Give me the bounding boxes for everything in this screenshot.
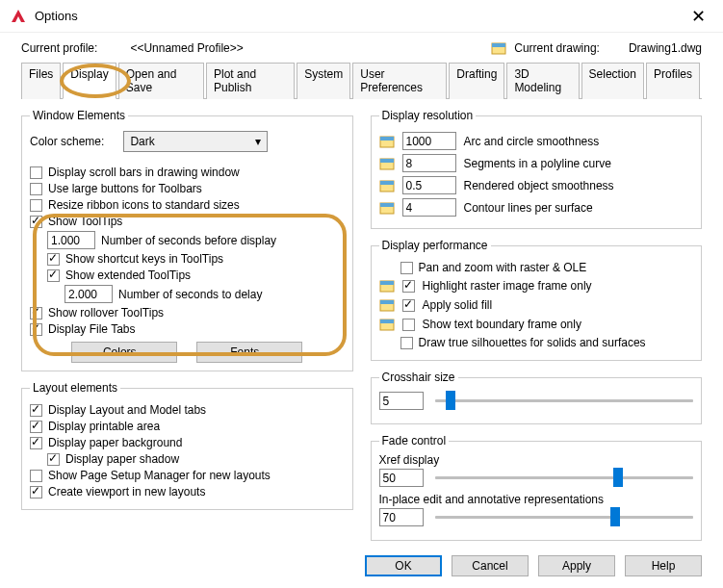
tab-user-preferences[interactable]: User Preferences [352,63,447,99]
chk-printable-area[interactable] [30,421,42,433]
cancel-button[interactable]: Cancel [452,555,529,576]
input-arc-smoothness[interactable] [402,132,456,150]
lbl-page-setup-mgr: Show Page Setup Manager for new layouts [48,469,271,482]
window-elements-group: Window Elements Color scheme: Dark ▾ Dis… [21,109,353,371]
chk-create-viewport[interactable] [30,486,42,499]
tab-files[interactable]: Files [21,63,61,99]
chk-scroll-bars[interactable] [30,166,42,179]
tab-drafting[interactable]: Drafting [449,63,504,99]
input-inplace-edit[interactable] [379,508,424,526]
slider-xref[interactable] [435,476,694,479]
crosshair-size-legend: Crosshair size [379,371,458,384]
layout-elements-legend: Layout elements [30,381,120,395]
current-drawing-value: Drawing1.dwg [629,41,702,55]
fade-control-group: Fade control Xref display In-place edit … [371,434,703,541]
lbl-contour-lines: Contour lines per surface [464,201,593,215]
chk-text-boundary[interactable] [402,319,415,331]
lbl-highlight-raster: Highlight raster image frame only [423,279,592,293]
chk-show-tooltips[interactable] [30,216,42,228]
current-drawing-label: Current drawing: [514,41,600,55]
chk-paper-shadow[interactable] [47,453,60,466]
chk-page-setup-mgr[interactable] [30,470,42,482]
chk-apply-solid-fill[interactable] [402,299,415,312]
input-tooltip-seconds[interactable] [47,231,95,249]
input-crosshair-size[interactable] [379,392,424,410]
chk-shortcut-keys[interactable] [47,253,60,266]
lbl-true-silhouettes: Draw true silhouettes for solids and sur… [419,336,646,349]
fonts-button[interactable]: Fonts... [196,342,302,363]
input-extended-delay[interactable] [65,285,113,303]
lbl-extended-delay: Number of seconds to delay [118,288,262,301]
drawing-icon [379,317,395,332]
lbl-scroll-bars: Display scroll bars in drawing window [48,166,240,179]
tab-open-and-save[interactable]: Open and Save [118,63,204,99]
tab-3d-modeling[interactable]: 3D Modeling [506,63,579,99]
lbl-large-buttons: Use large buttons for Toolbars [48,182,202,195]
input-polyline-segments[interactable] [402,154,456,172]
lbl-layout-model-tabs: Display Layout and Model tabs [48,403,206,417]
tab-display[interactable]: Display [63,63,116,99]
chk-highlight-raster[interactable] [402,280,415,293]
lbl-arc-smoothness: Arc and circle smoothness [464,135,600,148]
chk-extended-tooltips[interactable] [47,269,60,282]
chk-display-file-tabs[interactable] [30,323,42,336]
chk-rollover-tooltips[interactable] [30,307,42,320]
input-rendered-smoothness[interactable] [402,176,456,194]
lbl-display-file-tabs: Display File Tabs [48,322,135,336]
current-profile-label: Current profile: [21,41,97,55]
lbl-polyline-segments: Segments in a polyline curve [464,157,611,170]
ok-button[interactable]: OK [365,555,442,576]
display-resolution-legend: Display resolution [379,109,477,122]
input-contour-lines[interactable] [402,198,456,217]
fade-control-legend: Fade control [379,434,450,447]
window-title: Options [35,9,78,23]
lbl-paper-shadow: Display paper shadow [65,452,179,466]
drawing-icon [491,40,506,56]
drawing-icon [379,200,395,216]
color-scheme-value: Dark [130,135,154,148]
drawing-icon [379,278,395,294]
tab-strip: Files Display Open and Save Plot and Pub… [21,62,702,99]
help-button[interactable]: Help [625,555,702,576]
svg-rect-11 [380,281,394,285]
drawing-icon [379,156,395,171]
lbl-apply-solid-fill: Apply solid fill [423,298,493,312]
drawing-icon [379,178,395,193]
display-performance-group: Display performance Pan and zoom with ra… [371,239,703,361]
color-scheme-label: Color scheme: [30,135,104,148]
chk-true-silhouettes[interactable] [400,337,413,349]
display-performance-legend: Display performance [379,239,491,252]
chk-resize-ribbon[interactable] [30,199,42,212]
tab-plot-and-publish[interactable]: Plot and Publish [206,63,295,99]
options-dialog: Options ✕ Current profile: <<Unnamed Pro… [0,0,723,588]
tab-system[interactable]: System [297,63,350,99]
svg-rect-7 [380,181,394,185]
chk-layout-model-tabs[interactable] [30,404,42,417]
apply-button[interactable]: Apply [538,555,615,576]
chk-pan-zoom-raster[interactable] [400,262,413,274]
xref-display-label: Xref display [379,453,694,467]
chk-large-buttons[interactable] [30,183,42,195]
layout-elements-group: Layout elements Display Layout and Model… [21,381,353,510]
slider-thumb[interactable] [446,391,455,410]
svg-rect-9 [380,203,394,207]
svg-rect-5 [380,159,394,163]
slider-thumb[interactable] [610,507,620,526]
lbl-shortcut-keys: Show shortcut keys in ToolTips [65,252,223,266]
svg-rect-13 [380,300,394,304]
slider-crosshair[interactable] [435,399,694,402]
lbl-show-tooltips: Show ToolTips [48,215,122,228]
close-button[interactable]: ✕ [684,2,713,31]
chk-paper-background[interactable] [30,437,42,449]
colors-button[interactable]: Colors... [71,342,177,363]
color-scheme-select[interactable]: Dark ▾ [123,131,268,152]
slider-thumb[interactable] [613,468,623,487]
lbl-tooltip-seconds: Number of seconds before display [101,234,276,247]
tab-selection[interactable]: Selection [581,63,644,99]
slider-inplace[interactable] [435,516,694,519]
right-column: Display resolution Arc and circle smooth… [371,109,703,541]
lbl-rendered-smoothness: Rendered object smoothness [464,179,614,192]
tab-profiles[interactable]: Profiles [646,63,700,99]
input-xref-display[interactable] [379,469,424,487]
lbl-paper-background: Display paper background [48,436,182,449]
